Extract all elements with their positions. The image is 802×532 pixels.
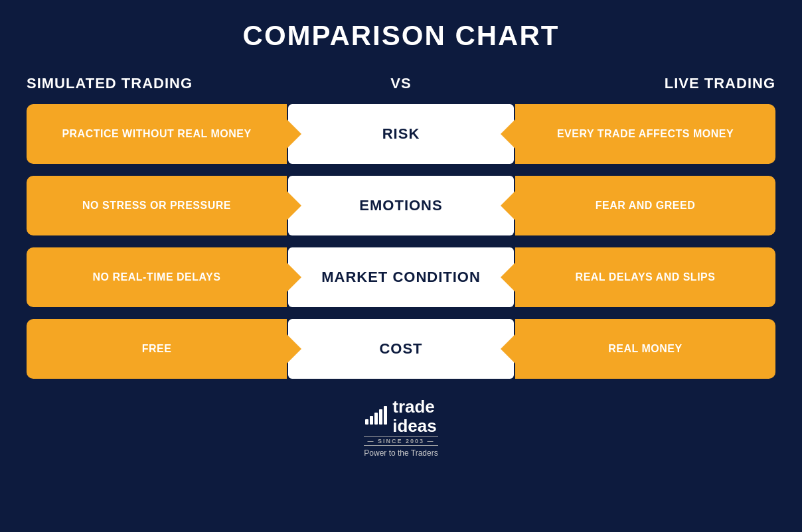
right-text-2: REAL DELAYS AND SLIPS (576, 271, 716, 285)
logo-tagline: Power to the Traders (364, 448, 438, 458)
left-box-3: FREE (27, 319, 287, 379)
left-box-2: NO REAL-TIME DELAYS (27, 247, 287, 307)
right-text-1: FEAR AND GREED (596, 199, 695, 213)
right-box-3: REAL MONEY (515, 319, 775, 379)
center-box-3: COST (288, 319, 514, 379)
comparison-grid: PRACTICE WITHOUT REAL MONEY RISK EVERY T… (27, 104, 775, 379)
logo-section: trade ideas — SINCE 2003 — Power to the … (364, 397, 438, 458)
comparison-row-2: NO REAL-TIME DELAYS MARKET CONDITION REA… (27, 247, 775, 307)
right-box-1: FEAR AND GREED (515, 176, 775, 235)
left-text-1: NO STRESS OR PRESSURE (82, 199, 231, 213)
logo-since: — SINCE 2003 — (364, 436, 438, 446)
logo-text-block: trade ideas (392, 397, 437, 435)
logo-wrapper: trade ideas (365, 397, 437, 435)
left-text-0: PRACTICE WITHOUT REAL MONEY (62, 127, 251, 141)
left-column-header: SIMULATED TRADING (27, 75, 288, 92)
center-box-0: RISK (288, 104, 514, 164)
logo-bars-icon (365, 406, 387, 427)
right-text-0: EVERY TRADE AFFECTS MONEY (557, 127, 734, 141)
right-box-0: EVERY TRADE AFFECTS MONEY (515, 104, 775, 164)
center-text-0: RISK (382, 125, 420, 143)
comparison-row-3: FREE COST REAL MONEY (27, 319, 775, 379)
left-box-1: NO STRESS OR PRESSURE (27, 176, 287, 235)
right-box-2: REAL DELAYS AND SLIPS (515, 247, 775, 307)
center-text-3: COST (379, 340, 422, 358)
comparison-row-0: PRACTICE WITHOUT REAL MONEY RISK EVERY T… (27, 104, 775, 164)
left-text-2: NO REAL-TIME DELAYS (93, 271, 221, 285)
center-text-2: MARKET CONDITION (321, 269, 481, 286)
logo-ideas: ideas (392, 417, 437, 436)
left-box-0: PRACTICE WITHOUT REAL MONEY (27, 104, 287, 164)
center-column-header: VS (288, 75, 514, 92)
logo-trade: trade (392, 397, 437, 417)
comparison-row-1: NO STRESS OR PRESSURE EMOTIONS FEAR AND … (27, 176, 775, 235)
column-headers: SIMULATED TRADING VS LIVE TRADING (27, 75, 775, 92)
center-box-1: EMOTIONS (288, 176, 514, 235)
center-box-2: MARKET CONDITION (288, 247, 514, 307)
center-text-1: EMOTIONS (359, 197, 442, 214)
right-column-header: LIVE TRADING (514, 75, 775, 92)
left-text-3: FREE (142, 342, 172, 356)
page-title: COMPARISON CHART (243, 20, 560, 52)
right-text-3: REAL MONEY (608, 342, 682, 356)
